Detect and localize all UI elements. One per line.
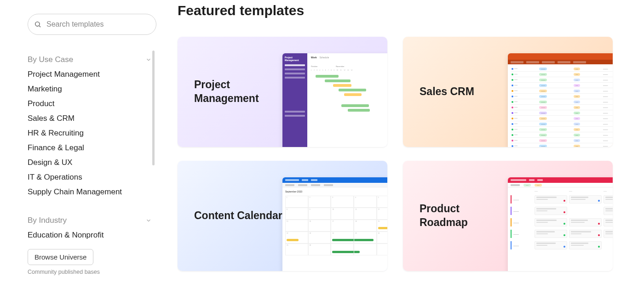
- sidebar-item-project-management[interactable]: Project Management: [28, 67, 155, 82]
- sidebar-bottom: Browse Universe Community published base…: [28, 243, 156, 275]
- chevron-down-icon: [145, 217, 152, 224]
- search-input[interactable]: [28, 14, 156, 35]
- template-card-project-management[interactable]: Project Management Project Management Wo…: [178, 37, 387, 147]
- sidebar-item-product[interactable]: Product: [28, 96, 155, 111]
- group-header-industry[interactable]: By Industry: [28, 216, 152, 225]
- card-label: Project Management: [178, 78, 283, 106]
- sidebar-item-education-nonprofit[interactable]: Education & Nonprofit: [28, 228, 155, 243]
- scrollbar-thumb[interactable]: [152, 51, 155, 165]
- sidebar: By Use Case Project Management Marketing…: [0, 0, 156, 294]
- group-title: By Use Case: [28, 55, 73, 64]
- browse-universe-button[interactable]: Browse Universe: [28, 249, 93, 265]
- template-card-sales-crm[interactable]: Sales CRM —————————————$—— —————————————…: [403, 37, 613, 147]
- sidebar-item-hr-recruiting[interactable]: HR & Recruiting: [28, 126, 155, 141]
- template-grid: Project Management Project Management Wo…: [178, 37, 644, 271]
- card-label: Sales CRM: [403, 85, 509, 99]
- sidebar-item-finance-legal[interactable]: Finance & Legal: [28, 141, 155, 155]
- preview-tab-work: Work: [311, 56, 316, 59]
- sidebar-item-sales-crm[interactable]: Sales & CRM: [28, 111, 155, 126]
- preview-tab-schedule: Schedule: [319, 56, 329, 59]
- card-preview: —— —— ———————— ——— ———: [508, 177, 613, 271]
- sidebar-item-it-operations[interactable]: IT & Operations: [28, 170, 155, 185]
- card-preview: Project Management Work Schedule Oct: [282, 53, 387, 147]
- search-container: [28, 14, 156, 35]
- template-card-content-calendar[interactable]: Content Calendar September 2023 1234567 …: [178, 161, 387, 271]
- sidebar-item-supply-chain[interactable]: Supply Chain Management: [28, 185, 155, 199]
- main: Featured templates Project Management Pr…: [156, 0, 644, 294]
- preview-title: Project Management: [285, 56, 305, 62]
- card-preview: September 2023 1234567 891011121314 1516…: [282, 177, 387, 271]
- chevron-down-icon: [145, 57, 152, 63]
- svg-point-0: [35, 22, 40, 26]
- filters-panel: By Use Case Project Management Marketing…: [28, 51, 156, 289]
- group-title: By Industry: [28, 216, 67, 225]
- page-title: Featured templates: [178, 3, 644, 18]
- sidebar-item-marketing[interactable]: Marketing: [28, 82, 155, 96]
- svg-line-1: [39, 26, 40, 27]
- search-icon: [34, 21, 41, 28]
- card-label: Content Calendar: [178, 209, 283, 223]
- sidebar-item-truncated[interactable]: — — —: [28, 243, 155, 243]
- group-items-use-case: Project Management Marketing Product Sal…: [28, 67, 155, 199]
- template-card-product-roadmap[interactable]: Product Roadmap —— —— ———————— ———: [403, 161, 613, 271]
- preview-month: September 2023: [285, 190, 387, 193]
- card-preview: —————————————$—— —————————————$—— ——————…: [508, 53, 613, 147]
- filters-scroll[interactable]: By Use Case Project Management Marketing…: [28, 51, 156, 243]
- group-items-industry: Education & Nonprofit — — —: [28, 228, 155, 243]
- community-subtext: Community published bases: [28, 269, 156, 275]
- sidebar-item-design-ux[interactable]: Design & UX: [28, 155, 155, 170]
- card-label: Product Roadmap: [403, 202, 509, 230]
- group-header-use-case[interactable]: By Use Case: [28, 55, 152, 64]
